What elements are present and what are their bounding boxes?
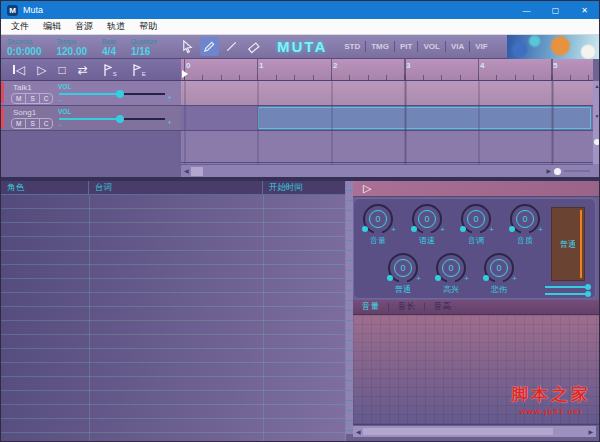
seconds-value[interactable]: 0:0:000 <box>7 46 41 57</box>
parameter-h-scrollbar[interactable]: ◀ ▶ <box>353 426 596 437</box>
mode-tmg-button[interactable]: TMG <box>366 42 394 51</box>
knob-value: 0 <box>369 210 387 228</box>
slider-thumb[interactable] <box>116 115 124 123</box>
track-header-song1[interactable]: Song1 M S C VOL - + <box>1 106 181 131</box>
knob-dial[interactable]: 0 + <box>436 253 466 283</box>
track-v-scrollbar[interactable]: ▲ ▼ <box>593 81 600 164</box>
loop-button[interactable]: ⇄ <box>78 64 88 76</box>
minus-icon[interactable]: - <box>59 96 62 104</box>
maximize-button[interactable]: ▢ <box>541 1 570 19</box>
line-tool-button[interactable] <box>222 37 241 56</box>
mode-std-button[interactable]: STD <box>339 42 365 51</box>
plus-icon[interactable]: + <box>167 94 172 102</box>
track-header-talk1[interactable]: Talk1 M S C VOL - + <box>1 81 181 106</box>
quantize-value[interactable]: 1/16 <box>131 46 157 57</box>
dialogue-table: 角色 台词 开始时间 <box>1 181 346 441</box>
knob-speed[interactable]: 0 + 语速 <box>405 204 449 246</box>
mode-pit-button[interactable]: PIT <box>395 42 417 51</box>
skip-to-start-button[interactable]: ◁ <box>13 64 25 76</box>
knob-dial[interactable]: 0 + <box>510 204 540 234</box>
menu-help[interactable]: 帮助 <box>132 20 164 33</box>
volume-slider[interactable] <box>59 93 165 95</box>
dialogue-table-body[interactable] <box>1 195 345 441</box>
scroll-left-icon[interactable]: ◀ <box>184 168 189 174</box>
minus-icon[interactable]: - <box>59 121 62 129</box>
menu-track[interactable]: 轨道 <box>100 20 132 33</box>
mute-button[interactable]: M <box>12 94 26 103</box>
talk1-lane[interactable] <box>181 81 593 106</box>
beat-value[interactable]: 4/4 <box>102 46 116 57</box>
plus-icon[interactable]: + <box>538 225 543 234</box>
config-button[interactable]: C <box>40 94 53 103</box>
plus-icon[interactable]: + <box>416 274 421 283</box>
msc-buttons: M S C <box>11 118 53 129</box>
slider-thumb[interactable] <box>116 90 124 98</box>
eraser-tool-button[interactable] <box>244 37 263 56</box>
marker-start-button[interactable]: S <box>102 63 117 77</box>
scroll-down-icon[interactable]: ▼ <box>593 113 600 119</box>
menu-edit[interactable]: 编辑 <box>36 20 68 33</box>
voice-fader[interactable]: 普通 <box>551 207 585 281</box>
track-lane-area[interactable]: ◀ ▶ <box>181 81 593 177</box>
volume-slider[interactable] <box>59 118 165 120</box>
mute-button[interactable]: M <box>12 119 26 128</box>
timeline-h-scrollbar[interactable]: ◀ ▶ <box>181 164 593 177</box>
scrollbar-thumb[interactable] <box>191 167 203 176</box>
plus-icon[interactable]: + <box>391 225 396 234</box>
marker-end-button[interactable]: E <box>131 63 146 77</box>
close-button[interactable]: ✕ <box>570 1 599 19</box>
plus-icon[interactable]: + <box>512 274 517 283</box>
plus-icon[interactable]: + <box>464 274 469 283</box>
menu-file[interactable]: 文件 <box>4 20 36 33</box>
scroll-up-icon[interactable]: ▲ <box>593 83 600 89</box>
knob-happy[interactable]: 0 + 高兴 <box>429 253 473 295</box>
fader-slider-1[interactable] <box>545 286 589 288</box>
solo-button[interactable]: S <box>26 119 39 128</box>
play-button[interactable]: ▷ <box>37 64 46 76</box>
mode-via-button[interactable]: VIA <box>446 42 469 51</box>
slider-thumb[interactable] <box>585 291 591 297</box>
scroll-right-icon[interactable]: ▶ <box>588 429 593 435</box>
knob-sad[interactable]: 0 + 悲伤 <box>477 253 521 295</box>
scrollbar-thumb[interactable] <box>363 428 553 435</box>
parameter-grid[interactable]: 脚本之家 www.jb51.net <box>353 315 599 425</box>
plus-icon[interactable]: + <box>440 225 445 234</box>
tab-duration[interactable]: 音长 <box>398 301 415 313</box>
minimize-button[interactable]: — <box>512 1 541 19</box>
tempo-value[interactable]: 120.00 <box>56 46 87 57</box>
slider-thumb[interactable] <box>585 284 591 290</box>
knob-dial[interactable]: 0 + <box>484 253 514 283</box>
mode-vif-button[interactable]: VIF <box>470 42 492 51</box>
solo-button[interactable]: S <box>26 94 39 103</box>
config-button[interactable]: C <box>40 119 53 128</box>
menu-voicebank[interactable]: 音源 <box>68 20 100 33</box>
knob-dial[interactable]: 0 + <box>363 204 393 234</box>
knob-dial[interactable]: 0 + <box>412 204 442 234</box>
v-scroll-knob[interactable] <box>594 139 600 145</box>
song1-lane[interactable] <box>181 106 593 131</box>
scroll-left-icon[interactable]: ◀ <box>356 429 361 435</box>
stop-button[interactable]: □ <box>58 64 65 76</box>
preview-play-button[interactable]: ▷ <box>363 183 371 194</box>
pencil-tool-button[interactable] <box>200 37 219 56</box>
tab-pitch[interactable]: 音高 <box>434 301 451 313</box>
knob-normal[interactable]: 0 + 普通 <box>381 253 425 295</box>
plus-icon[interactable]: + <box>489 225 494 234</box>
knob-tone[interactable]: 0 + 音调 <box>454 204 498 246</box>
empty-lane[interactable] <box>181 131 593 163</box>
knob-dial[interactable]: 0 + <box>461 204 491 234</box>
cursor-tool-button[interactable] <box>178 37 197 56</box>
knob-quality[interactable]: 0 + 音质 <box>503 204 547 246</box>
tab-volume[interactable]: 音量 <box>362 301 379 313</box>
knob-volume[interactable]: 0 + 音量 <box>356 204 400 246</box>
playhead-marker[interactable] <box>182 70 188 78</box>
mode-vol-button[interactable]: VOL <box>418 42 444 51</box>
timeline-ruler[interactable]: 0 1 2 3 4 5 <box>181 59 593 81</box>
knob-dial[interactable]: 0 + <box>388 253 418 283</box>
scroll-right-icon[interactable]: ▶ <box>546 168 551 174</box>
plus-icon[interactable]: + <box>167 119 172 127</box>
song1-clip[interactable] <box>258 107 591 129</box>
mode-buttons: STD TMG PIT VOL VIA VIF <box>339 40 492 54</box>
zoom-knob[interactable] <box>554 168 561 175</box>
fader-slider-2[interactable] <box>545 293 589 295</box>
